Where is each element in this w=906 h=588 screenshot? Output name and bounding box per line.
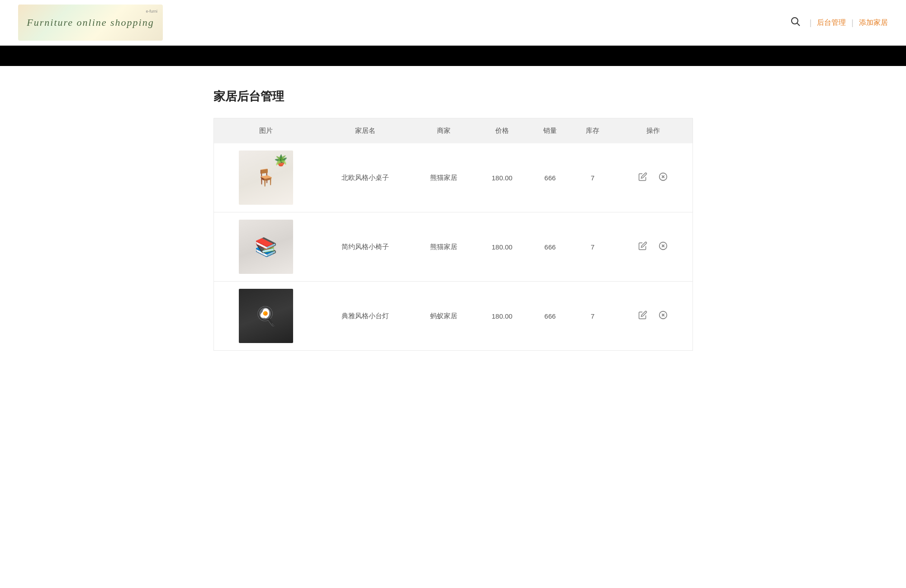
- delete-icon: [658, 310, 668, 320]
- cell-merchant: 熊猫家居: [412, 212, 475, 282]
- table-row: 🪑 🪴 北欧风格小桌子 熊猫家居 180.00 666 7: [213, 143, 693, 212]
- edit-icon: [638, 310, 647, 320]
- admin-nav-link[interactable]: 后台管理: [817, 18, 846, 28]
- col-stock: 库存: [571, 118, 614, 144]
- logo[interactable]: Furniture online shopping e-furni: [18, 5, 163, 41]
- delete-icon: [658, 241, 668, 251]
- cell-actions: [614, 212, 693, 282]
- edit-button[interactable]: [636, 170, 649, 185]
- svg-point-0: [792, 18, 798, 24]
- furniture-table: 图片 家居名 商家 价格 销量 库存 操作 🪑 🪴 北欧风格小桌子 熊猫家居 1…: [213, 118, 693, 351]
- delete-button[interactable]: [656, 170, 670, 186]
- cell-price: 180.00: [475, 143, 529, 212]
- header-nav: | 后台管理 | 添加家居: [786, 14, 888, 31]
- col-merchant: 商家: [412, 118, 475, 144]
- table-header: 图片 家居名 商家 价格 销量 库存 操作: [213, 118, 693, 144]
- col-actions: 操作: [614, 118, 693, 144]
- cell-actions: [614, 143, 693, 212]
- edit-button[interactable]: [636, 309, 649, 324]
- cell-actions: [614, 282, 693, 351]
- search-icon: [790, 16, 801, 27]
- cell-name: 典雅风格小台灯: [318, 282, 412, 351]
- table-row: 🍳 典雅风格小台灯 蚂蚁家居 180.00 666 7: [213, 282, 693, 351]
- svg-line-1: [797, 24, 800, 26]
- logo-text: Furniture online shopping: [27, 17, 154, 28]
- delete-icon: [658, 172, 668, 182]
- nav-divider-1: |: [810, 18, 812, 28]
- header: Furniture online shopping e-furni | 后台管理…: [0, 0, 906, 46]
- delete-button[interactable]: [656, 239, 670, 255]
- cell-sales: 666: [529, 212, 571, 282]
- delete-button[interactable]: [656, 308, 670, 324]
- col-name: 家居名: [318, 118, 412, 144]
- edit-button[interactable]: [636, 240, 649, 254]
- edit-icon: [638, 172, 647, 181]
- cell-image: 📚: [213, 212, 318, 282]
- page-title: 家居后台管理: [213, 89, 693, 104]
- cell-image: 🪑 🪴: [213, 143, 318, 212]
- cell-name: 简约风格小椅子: [318, 212, 412, 282]
- cell-image: 🍳: [213, 282, 318, 351]
- table-body: 🪑 🪴 北欧风格小桌子 熊猫家居 180.00 666 7: [213, 143, 693, 351]
- col-image: 图片: [213, 118, 318, 144]
- logo-sub: e-furni: [146, 9, 157, 14]
- cell-sales: 666: [529, 282, 571, 351]
- cell-stock: 7: [571, 282, 614, 351]
- cell-stock: 7: [571, 212, 614, 282]
- cell-sales: 666: [529, 143, 571, 212]
- main-content: 家居后台管理 图片 家居名 商家 价格 销量 库存 操作 🪑 🪴 北欧风格小桌子…: [204, 66, 702, 369]
- cell-stock: 7: [571, 143, 614, 212]
- cell-price: 180.00: [475, 212, 529, 282]
- nav-divider-2: |: [851, 18, 854, 28]
- cell-merchant: 蚂蚁家居: [412, 282, 475, 351]
- col-price: 价格: [475, 118, 529, 144]
- cell-name: 北欧风格小桌子: [318, 143, 412, 212]
- edit-icon: [638, 241, 647, 250]
- table-row: 📚 简约风格小椅子 熊猫家居 180.00 666 7: [213, 212, 693, 282]
- cell-price: 180.00: [475, 282, 529, 351]
- search-button[interactable]: [786, 14, 804, 31]
- add-furniture-nav-link[interactable]: 添加家居: [859, 18, 888, 28]
- col-sales: 销量: [529, 118, 571, 144]
- black-banner: [0, 46, 906, 66]
- cell-merchant: 熊猫家居: [412, 143, 475, 212]
